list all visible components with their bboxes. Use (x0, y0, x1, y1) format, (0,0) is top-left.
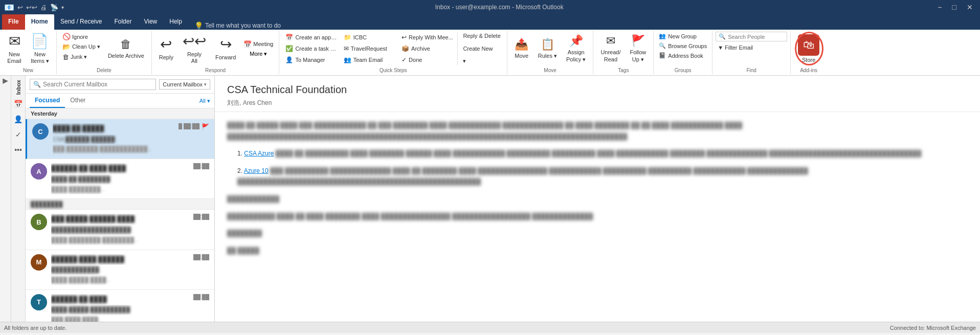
tab-send-receive[interactable]: Send / Receive (54, 14, 108, 30)
quickstep-archive[interactable]: 📦Archive (398, 43, 456, 54)
maximize-button[interactable]: □ (949, 2, 960, 12)
calendar-icon-nav[interactable]: 📅 (12, 98, 25, 110)
send-receive-icon[interactable]: 📡 (50, 4, 58, 11)
tab-home[interactable]: Home (25, 14, 54, 30)
body-blurred-7: ██ █████ (227, 245, 968, 257)
forward-button[interactable]: ↪ Forward (211, 32, 240, 65)
repeat-icon[interactable]: ↩↩ (26, 4, 37, 11)
address-book-button[interactable]: 📓 Address Book (657, 51, 709, 60)
list-item[interactable]: T ██████ ██ ████ ████ █████ ██████████ █… (26, 290, 214, 322)
print-icon[interactable]: 🖨 (40, 4, 47, 11)
quickstep-to-manager[interactable]: 👤To Manager (282, 54, 340, 65)
delete-archive-button[interactable]: 🗑 Delete Archive (104, 32, 148, 65)
tab-other[interactable]: Other (65, 94, 91, 108)
body-blurred-6: ████████ (227, 228, 968, 239)
avatar: B (31, 214, 47, 230)
quick-access-toolbar: 📧 ↩ ↩↩ 🖨 📡 ▾ (4, 3, 64, 12)
clean-up-button[interactable]: 📂 Clean Up ▾ (60, 42, 103, 52)
store-label: Store (802, 57, 815, 63)
quickstep-create-new[interactable]: Create New (460, 44, 503, 53)
follow-up-button[interactable]: 🚩 FollowUp ▾ (626, 32, 651, 65)
email-sender: ██████ ██ ████ ████ (51, 163, 189, 174)
all-filter-link[interactable]: All ▾ (199, 98, 210, 104)
email-subject: ████ █████ ██████████ (51, 305, 189, 315)
new-section-label: New (23, 66, 33, 73)
tab-file[interactable]: File (2, 14, 25, 30)
more-label: More ▾ (250, 51, 267, 57)
search-people-input[interactable] (728, 34, 784, 40)
minimize-button[interactable]: − (934, 2, 945, 12)
quickstep-create-task[interactable]: ✅Create a task wi... (282, 43, 340, 54)
email-content: ████ ██ █████ CSA ██████ ██████ ███ ████… (53, 123, 174, 154)
assign-policy-button[interactable]: 📌 AssignPolicy ▾ (562, 32, 590, 65)
list-item[interactable]: C ████ ██ █████ CSA ██████ ██████ ███ ██… (26, 119, 214, 159)
tell-me-text[interactable]: Tell me what you want to do (205, 22, 281, 29)
list-item[interactable]: B ███ █████ ██████ ████ ████████████████… (26, 210, 214, 250)
list-item[interactable]: A ██████ ██ ████ ████ ████ ██ ████████ █… (26, 159, 214, 199)
search-input-container[interactable]: 🔍 (30, 79, 156, 90)
quickstep-team-email[interactable]: 👥Team Email (341, 54, 398, 65)
move-button[interactable]: 📤 Move (510, 32, 533, 65)
filter-email-label: Filter Email (725, 44, 753, 51)
link-csa-azure[interactable]: CSA Azure (244, 150, 274, 157)
manager-icon: 👤 (285, 56, 293, 63)
reply-label: Reply (159, 54, 173, 61)
tab-help[interactable]: Help (163, 14, 188, 30)
quickstep-travel[interactable]: ✉TravelRequest (341, 43, 398, 54)
forward-label: Forward (215, 54, 236, 61)
search-input[interactable] (43, 81, 152, 88)
unread-read-button[interactable]: ✉ Unread/Read (596, 32, 625, 65)
undo-icon[interactable]: ↩ (17, 4, 23, 11)
new-group-button[interactable]: 👥 New Group (657, 32, 709, 40)
tab-folder[interactable]: Folder (108, 14, 138, 30)
quickstep-icbc[interactable]: 📁ICBC (341, 32, 398, 43)
quickstep-reply-meeting[interactable]: ↩Reply With Mee... (398, 32, 456, 43)
address-book-label: Address Book (668, 53, 703, 59)
quickstep-reply-delete[interactable]: Reply & Delete (460, 32, 503, 40)
meeting-button[interactable]: 📅 Meeting (241, 39, 276, 49)
qs-label-6: Archive (411, 46, 430, 52)
collapse-arrow-icon[interactable]: ◀ (3, 78, 8, 86)
ignore-button[interactable]: 🚫 Ignore (60, 32, 103, 41)
reply-all-button[interactable]: ↩↩ ReplyAll (179, 32, 210, 65)
email-header: CSA Technical Foundation 刘浩, Ares Chen (215, 76, 980, 112)
icbc-icon: 📁 (344, 34, 351, 41)
browse-groups-button[interactable]: 🔍 Browse Groups (657, 41, 709, 50)
people-icon-nav[interactable]: 👤 (12, 113, 25, 125)
qs-label-3: Reply With Mee... (409, 34, 453, 40)
mailbox-dropdown[interactable]: Current Mailbox ▾ (159, 79, 210, 90)
link-azure10[interactable]: Azure 10 (244, 167, 269, 174)
close-button[interactable]: ✕ (964, 2, 976, 12)
meeting-label: Meeting (253, 41, 273, 47)
groups-section-content: 👥 New Group 🔍 Browse Groups 📓 Address Bo… (657, 32, 709, 66)
quickstep-done[interactable]: ✓Done (398, 54, 456, 65)
junk-button[interactable]: 🗑 Junk ▾ (60, 52, 103, 62)
more-button[interactable]: More ▾ (241, 50, 276, 58)
filter-email-button[interactable]: ▼ Filter Email (716, 43, 787, 52)
store-icon: 🛍 (798, 34, 819, 56)
new-email-button[interactable]: ✉ NewEmail (3, 32, 26, 65)
avatar: M (31, 254, 47, 271)
email-sender: ███ █████ ██████ ████ (51, 214, 189, 225)
rules-button[interactable]: 📋 Rules ▾ (534, 32, 561, 65)
reply-button[interactable]: ↩ Reply (155, 32, 177, 65)
tab-view[interactable]: View (138, 14, 163, 30)
new-items-button[interactable]: 📄 NewItems ▾ (27, 32, 53, 65)
search-people-container[interactable]: 🔍 (716, 32, 787, 41)
quickstep-create-appt[interactable]: 📅Create an appoi... (282, 32, 340, 43)
move-section-content: 📤 Move 📋 Rules ▾ 📌 AssignPolicy ▾ (510, 32, 590, 66)
sidebar-collapse-panel: ◀ (0, 76, 11, 322)
more-nav-icon[interactable]: ••• (12, 144, 25, 156)
qs-label-2: ICBC (353, 34, 367, 40)
quickstep-arrow-down[interactable]: ▾ (460, 57, 503, 65)
list-item[interactable]: M ██████ ████ ██████ ████████████ ████ █… (26, 250, 214, 290)
tell-me-bar[interactable]: 💡 Tell me what you want to do (194, 21, 281, 30)
inbox-label: Inbox (15, 80, 21, 95)
store-button-wrap[interactable]: 🛍 Store (794, 32, 823, 65)
tab-focused[interactable]: Focused (30, 94, 65, 108)
tasks-icon-nav[interactable]: ✓ (12, 128, 25, 141)
reading-pane: CSA Technical Foundation 刘浩, Ares Chen █… (215, 76, 980, 322)
email-list: Yesterday C ████ ██ █████ CSA ██████ ███… (26, 108, 214, 322)
dropdown-arrow[interactable]: ▾ (61, 5, 64, 10)
ribbon-section-tags: ✉ Unread/Read 🚩 FollowUp ▾ Tags (593, 31, 654, 74)
